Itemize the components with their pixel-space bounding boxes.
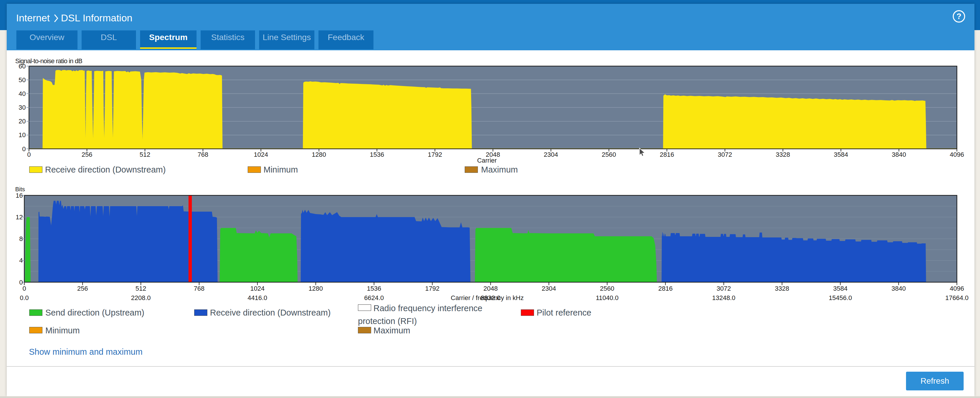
svg-text:Carrier: Carrier: [477, 157, 496, 164]
svg-text:3328: 3328: [775, 285, 789, 292]
svg-text:0: 0: [22, 145, 26, 153]
svg-text:3840: 3840: [891, 285, 906, 292]
svg-text:10: 10: [19, 131, 26, 139]
svg-text:768: 768: [198, 151, 208, 158]
svg-text:2560: 2560: [600, 285, 614, 292]
svg-text:2048: 2048: [484, 285, 498, 292]
svg-text:4096: 4096: [950, 151, 964, 158]
svg-text:40: 40: [19, 90, 26, 97]
svg-text:768: 768: [194, 285, 205, 292]
svg-text:60: 60: [19, 62, 26, 70]
svg-text:4096: 4096: [950, 285, 964, 292]
svg-text:256: 256: [81, 151, 92, 158]
svg-text:2208.0: 2208.0: [131, 294, 151, 301]
svg-text:0: 0: [27, 151, 31, 158]
svg-text:Carrier / frequency in kHz: Carrier / frequency in kHz: [451, 294, 523, 301]
svg-text:1536: 1536: [367, 285, 381, 292]
svg-text:4: 4: [19, 257, 23, 264]
svg-text:0: 0: [22, 285, 26, 292]
svg-text:17664.0: 17664.0: [945, 294, 969, 301]
svg-text:30: 30: [19, 104, 26, 111]
svg-text:20: 20: [19, 118, 26, 125]
svg-text:1792: 1792: [425, 285, 439, 292]
svg-text:2304: 2304: [542, 285, 556, 292]
svg-text:3072: 3072: [718, 151, 732, 158]
svg-text:512: 512: [140, 151, 150, 158]
svg-text:2560: 2560: [602, 151, 616, 158]
svg-text:0.0: 0.0: [20, 294, 29, 301]
svg-text:1024: 1024: [250, 285, 265, 292]
svg-text:15456.0: 15456.0: [829, 294, 852, 301]
svg-text:16: 16: [16, 192, 23, 199]
svg-text:1024: 1024: [254, 151, 268, 158]
svg-text:3584: 3584: [833, 285, 848, 292]
svg-text:3328: 3328: [776, 151, 790, 158]
svg-text:1536: 1536: [370, 151, 384, 158]
svg-text:256: 256: [77, 285, 88, 292]
svg-text:2816: 2816: [660, 151, 674, 158]
svg-text:6624.0: 6624.0: [364, 294, 384, 301]
svg-text:3840: 3840: [892, 151, 906, 158]
svg-text:3584: 3584: [834, 151, 848, 158]
svg-text:50: 50: [19, 76, 26, 84]
svg-text:8: 8: [19, 235, 23, 242]
svg-text:1280: 1280: [309, 285, 323, 292]
svg-text:2304: 2304: [544, 151, 558, 158]
svg-text:11040.0: 11040.0: [596, 294, 619, 301]
svg-text:512: 512: [135, 285, 146, 292]
svg-text:1792: 1792: [428, 151, 442, 158]
svg-text:1280: 1280: [312, 151, 326, 158]
svg-text:12: 12: [16, 213, 23, 221]
svg-text:3072: 3072: [716, 285, 731, 292]
svg-text:4416.0: 4416.0: [248, 294, 267, 301]
svg-text:2816: 2816: [658, 285, 673, 292]
svg-text:13248.0: 13248.0: [712, 294, 735, 301]
